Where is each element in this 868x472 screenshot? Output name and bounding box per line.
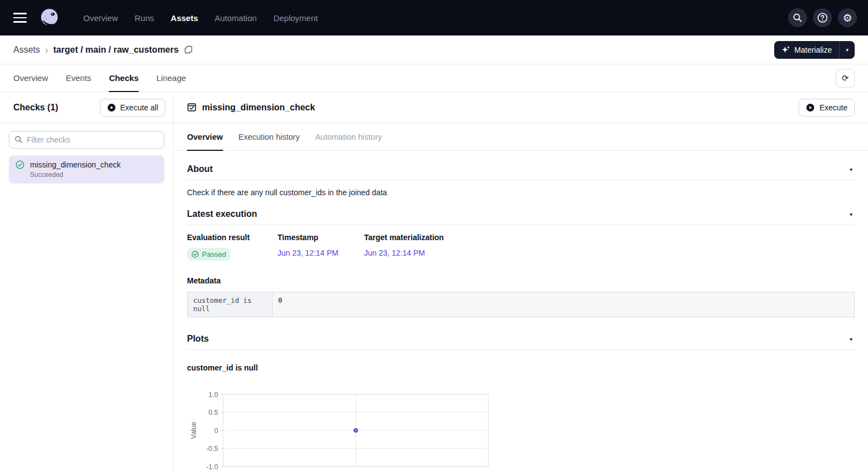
execute-all-button[interactable]: Execute all (100, 99, 165, 116)
check-detail-title: missing_dimension_check (202, 103, 315, 113)
passed-badge-label: Passed (202, 250, 226, 258)
execution-timestamp-link[interactable]: Jun 23, 12:14 PM (277, 248, 339, 257)
refresh-icon: ⟳ (842, 73, 849, 83)
svg-text:-0.5: -0.5 (206, 445, 218, 453)
checks-sidebar: Checks (1) Execute all (0, 92, 174, 472)
tab-checks[interactable]: Checks (109, 64, 138, 92)
search-button[interactable] (788, 8, 807, 27)
about-description: Check if there are any null customer_ids… (187, 188, 855, 197)
latest-execution-table: Evaluation result Timestamp Target mater… (187, 233, 855, 261)
execute-button[interactable]: Execute (799, 99, 855, 116)
primary-nav-links: Overview Runs Assets Automation Deployme… (83, 13, 318, 23)
materialize-split-button: Materialize ▾ (774, 41, 855, 59)
nav-item-runs[interactable]: Runs (135, 13, 154, 23)
collapse-plots-icon[interactable]: ▾ (847, 335, 855, 343)
tab-overview[interactable]: Overview (13, 64, 48, 92)
value-scatter-plot: 1.00.50-0.5-1.0Jun 23, 12:14 PMJun 23, 1… (187, 391, 855, 472)
check-detail-tabs: Overview Execution history Automation hi… (174, 123, 868, 151)
play-icon (107, 103, 116, 112)
tab-check-overview[interactable]: Overview (187, 123, 223, 150)
column-timestamp: Timestamp (277, 233, 364, 248)
tab-execution-history[interactable]: Execution history (239, 123, 300, 150)
divider (187, 349, 855, 350)
dagster-octopus-icon (39, 7, 60, 28)
breadcrumb-row: Assets › target / main / raw_customers M… (0, 35, 868, 64)
nav-item-assets[interactable]: Assets (171, 13, 198, 23)
tab-automation-history[interactable]: Automation history (315, 123, 382, 150)
passed-badge: Passed (187, 248, 230, 261)
breadcrumb-chevron-icon: › (45, 45, 48, 55)
plots-heading: Plots (187, 334, 209, 344)
breadcrumb-assets-link[interactable]: Assets (13, 45, 40, 55)
column-evaluation-result: Evaluation result (187, 233, 277, 248)
badge-check-icon (191, 251, 199, 258)
metadata-heading: Metadata (187, 276, 855, 285)
svg-text:0: 0 (214, 427, 218, 435)
svg-text:-1.0: -1.0 (206, 463, 218, 471)
check-item-status: Succeeded (30, 171, 158, 179)
nav-item-overview[interactable]: Overview (83, 13, 118, 23)
help-button[interactable] (813, 8, 832, 27)
asset-check-icon (187, 103, 196, 112)
plot-title: customer_id is null (187, 363, 855, 372)
svg-text:Value: Value (190, 422, 198, 439)
settings-button[interactable]: ⚙ (838, 8, 857, 27)
checks-count-title: Checks (1) (13, 103, 58, 113)
copy-icon (184, 45, 193, 54)
svg-text:1.0: 1.0 (209, 391, 218, 399)
svg-text:0.5: 0.5 (209, 409, 218, 417)
about-heading: About (187, 164, 213, 174)
caret-down-icon: ▾ (846, 47, 849, 53)
help-icon (817, 12, 828, 23)
copy-asset-key-button[interactable] (184, 45, 193, 54)
metadata-key: customer_id is null (188, 292, 272, 317)
latest-execution-heading: Latest execution (187, 209, 257, 219)
asset-tabs: Overview Events Checks Lineage ⟳ (0, 64, 868, 92)
nav-item-deployment[interactable]: Deployment (274, 13, 318, 23)
materialize-button[interactable]: Materialize (774, 41, 839, 59)
materialize-label: Materialize (794, 45, 832, 54)
metadata-value: 0 (272, 292, 854, 317)
check-item-name: missing_dimension_check (30, 160, 120, 169)
column-target-materialization: Target materialization (364, 233, 855, 248)
refresh-button[interactable]: ⟳ (836, 69, 855, 88)
filter-search-icon (14, 135, 23, 146)
check-success-icon (16, 160, 24, 169)
check-detail-panel: missing_dimension_check Execute Overview… (174, 92, 868, 472)
tab-lineage[interactable]: Lineage (157, 64, 186, 92)
materialize-sparkle-icon (781, 45, 790, 54)
execute-all-label: Execute all (120, 103, 158, 112)
top-navigation-bar: Overview Runs Assets Automation Deployme… (0, 0, 868, 35)
gear-icon: ⚙ (842, 13, 852, 23)
filter-checks-input[interactable] (9, 131, 164, 149)
play-icon (806, 103, 815, 112)
metadata-table: customer_id is null 0 (187, 292, 855, 317)
tab-events[interactable]: Events (66, 64, 92, 92)
execute-label: Execute (819, 103, 847, 112)
dagster-logo[interactable] (39, 7, 60, 28)
collapse-about-icon[interactable]: ▾ (847, 165, 855, 174)
target-materialization-link[interactable]: Jun 23, 12:14 PM (364, 248, 425, 257)
check-list-item[interactable]: missing_dimension_check Succeeded (9, 155, 164, 184)
materialize-dropdown-button[interactable]: ▾ (840, 41, 855, 59)
hamburger-menu-icon[interactable] (13, 13, 27, 23)
collapse-latest-execution-icon[interactable]: ▾ (847, 210, 855, 219)
divider (187, 225, 855, 225)
divider (187, 180, 855, 180)
nav-item-automation[interactable]: Automation (215, 13, 257, 23)
search-icon (793, 13, 803, 23)
breadcrumb-asset-path: target / main / raw_customers (53, 45, 179, 55)
